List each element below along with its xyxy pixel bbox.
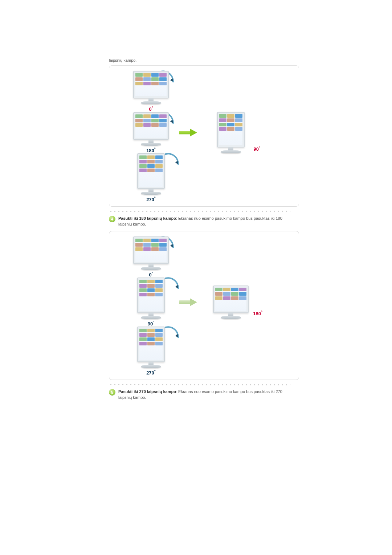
- arrow-cell: [175, 129, 204, 137]
- diagram-row: 0°: [114, 236, 294, 278]
- svg-marker-3: [170, 244, 173, 247]
- angle-value: 270: [146, 370, 154, 376]
- angle-label: 270°: [146, 369, 156, 376]
- list-item-4: 4 Pasukti iki 180 laipsnių kampo: Ekrana…: [109, 215, 294, 227]
- angle-label: 180°: [253, 310, 262, 316]
- diagram-rotation-90: 0° 180°: [109, 65, 299, 207]
- diagram-rotation-180: 0°: [109, 231, 299, 380]
- angle-label: 90°: [148, 320, 154, 327]
- angle-label: 0°: [149, 271, 153, 278]
- monitor-icon: [137, 327, 165, 368]
- angle-label: 90°: [254, 146, 260, 152]
- angle-value: 0: [149, 106, 151, 112]
- degree-symbol: °: [154, 196, 156, 200]
- monitor-icon: [137, 153, 165, 195]
- diagram-row: 270°: [114, 327, 294, 376]
- angle-label: 270°: [146, 196, 156, 202]
- page: laipsnių kampo. 0°: [69, 0, 323, 448]
- item-text: Pasukti iki 270 laipsnių kampo: Ekranas …: [118, 389, 294, 401]
- degree-symbol: °: [261, 310, 262, 314]
- separator-dots: [109, 384, 290, 386]
- angle-label: 0°: [149, 106, 153, 112]
- monitor-result-180deg: 180°: [204, 285, 258, 319]
- degree-symbol: °: [153, 320, 154, 324]
- svg-marker-1: [170, 119, 173, 123]
- separator-dots: [109, 210, 290, 212]
- angle-value: 180: [253, 311, 261, 317]
- list-item-5: 5 Pasukti iki 270 laipsnių kampo: Ekrana…: [109, 389, 294, 401]
- svg-marker-0: [170, 78, 173, 82]
- item-title: Pasukti iki 180 laipsnių kampo: [118, 216, 176, 220]
- angle-value: 0: [149, 272, 151, 278]
- monitor-icon: [133, 71, 169, 104]
- svg-marker-4: [175, 285, 178, 288]
- arrow-right-icon: [179, 129, 199, 137]
- degree-symbol: °: [154, 369, 156, 373]
- badge-number: 5: [109, 389, 115, 396]
- badge-number: 4: [109, 216, 115, 222]
- monitor-icon: [133, 236, 169, 270]
- diagram-row: 270°: [114, 153, 294, 202]
- monitor-icon: [213, 285, 249, 319]
- arrow-right-icon: [179, 298, 199, 306]
- degree-symbol: °: [154, 147, 156, 151]
- svg-marker-2: [175, 161, 178, 164]
- monitor-result-90deg: 90°: [204, 112, 258, 153]
- angle-value: 90: [148, 321, 153, 327]
- angle-value: 90: [254, 146, 259, 152]
- degree-symbol: °: [259, 146, 260, 150]
- monitor-0deg: 0°: [127, 71, 175, 112]
- monitor-0deg: 0°: [127, 236, 175, 278]
- monitor-icon: [133, 112, 169, 146]
- monitor-270deg: 270°: [127, 327, 175, 376]
- item-title: Pasukti iki 270 laipsnių kampo: [118, 389, 176, 394]
- item-text: Pasukti iki 180 laipsnių kampo: Ekranas …: [118, 215, 294, 227]
- degree-symbol: °: [152, 271, 153, 275]
- monitor-270deg: 270°: [127, 153, 175, 202]
- degree-symbol: °: [152, 106, 153, 110]
- arrow-cell: [175, 298, 204, 306]
- diagram-row: 180° 90°: [114, 112, 294, 153]
- angle-label: 180°: [146, 147, 156, 153]
- diagram-row: 0°: [114, 71, 294, 112]
- angle-value: 180: [146, 148, 154, 153]
- monitor-180deg: 180°: [127, 112, 175, 153]
- diagram-row: 90° 180°: [114, 278, 294, 327]
- intro-trailing-text: laipsnių kampo.: [109, 58, 323, 62]
- svg-marker-5: [175, 334, 178, 337]
- monitor-90deg: 90°: [127, 278, 175, 327]
- monitor-icon: [137, 278, 165, 319]
- angle-value: 270: [146, 197, 154, 203]
- monitor-icon: [217, 112, 245, 153]
